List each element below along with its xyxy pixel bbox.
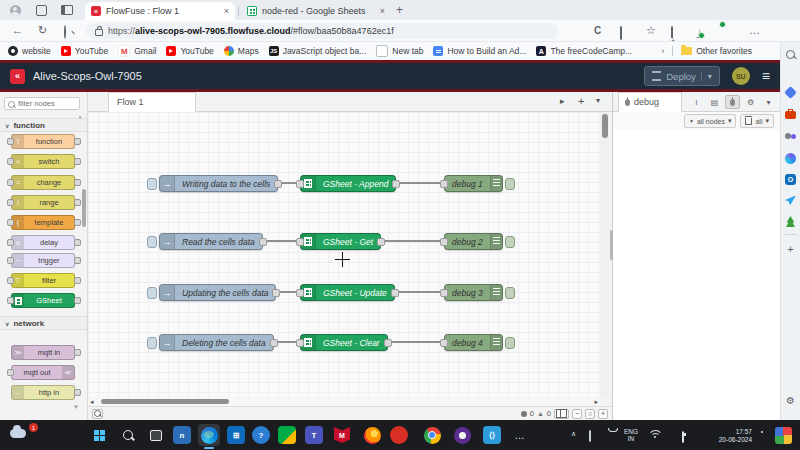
- bookmark[interactable]: AThe freeCodeCamp...: [536, 46, 632, 56]
- info-tab-icon[interactable]: i: [689, 95, 704, 109]
- palette-node-switch[interactable]: <switch: [7, 154, 81, 169]
- gsheet-node[interactable]: GSheet - Clear: [300, 334, 388, 351]
- browser-tab-active[interactable]: « FlowFuse : Flow 1 ×: [85, 2, 235, 20]
- deploy-caret-icon[interactable]: ▾: [701, 72, 712, 81]
- chrome-icon[interactable]: [421, 424, 443, 446]
- bookmark[interactable]: MGmail: [118, 45, 156, 57]
- deploy-button[interactable]: Deploy ▾: [644, 66, 720, 86]
- navigator-button[interactable]: [554, 409, 569, 419]
- firefox-icon[interactable]: [361, 424, 383, 446]
- tray-chevron-icon[interactable]: ∧: [571, 430, 576, 438]
- tree-app-icon[interactable]: [784, 215, 797, 228]
- zoom-in-button[interactable]: +: [598, 409, 608, 419]
- port[interactable]: [7, 219, 14, 226]
- search-flows-button[interactable]: [92, 409, 103, 419]
- more-menu-icon[interactable]: …: [749, 24, 760, 36]
- outlook-icon[interactable]: O: [784, 173, 797, 186]
- output-port[interactable]: [270, 339, 278, 347]
- palette-node-mqtt-out[interactable]: ≪mqtt out: [7, 365, 81, 380]
- output-port[interactable]: [259, 238, 267, 246]
- output-port[interactable]: [377, 238, 385, 246]
- debug-node[interactable]: debug 4: [444, 334, 515, 351]
- inject-button[interactable]: [147, 178, 157, 190]
- tab-flow-1[interactable]: Flow 1: [108, 92, 196, 112]
- taskbar-search-icon[interactable]: [117, 424, 139, 446]
- scroll-down-icon[interactable]: ▼: [73, 404, 79, 410]
- output-port[interactable]: [272, 289, 280, 297]
- port[interactable]: [74, 277, 81, 284]
- port[interactable]: [7, 277, 14, 284]
- zoom-out-button[interactable]: −: [572, 409, 582, 419]
- help-tab-icon[interactable]: ▤: [707, 95, 722, 109]
- profile-icon[interactable]: [8, 3, 22, 17]
- output-port[interactable]: [384, 339, 392, 347]
- palette-node-template[interactable]: {template: [7, 215, 81, 230]
- new-tab-button[interactable]: +: [396, 3, 403, 17]
- flow-list-icon[interactable]: ▸: [560, 96, 565, 106]
- edge-icon[interactable]: [198, 424, 220, 446]
- palette-node-range[interactable]: irange: [7, 195, 81, 210]
- port[interactable]: [7, 138, 14, 145]
- debug-toggle-button[interactable]: [505, 178, 515, 190]
- scroll-left-icon[interactable]: ◂: [90, 398, 94, 405]
- input-port[interactable]: [296, 339, 304, 347]
- language-indicator[interactable]: ENGIN: [624, 428, 638, 442]
- task-view-icon[interactable]: [145, 424, 167, 446]
- search-icon[interactable]: [64, 26, 66, 38]
- inject-node[interactable]: →Updating the cells data: [147, 284, 276, 301]
- extension-icon[interactable]: C: [594, 24, 601, 36]
- sidebar-menu-caret-icon[interactable]: ▾: [761, 95, 776, 109]
- gsheet-node[interactable]: GSheet - Get: [300, 233, 381, 250]
- palette-node-http-in[interactable]: ↔http in: [7, 385, 81, 400]
- meet-icon[interactable]: [276, 424, 298, 446]
- app-icon-red[interactable]: [388, 424, 410, 446]
- main-menu-icon[interactable]: ≡: [762, 68, 770, 84]
- sidebar-settings-icon[interactable]: ⚙: [784, 394, 797, 407]
- split-screen-icon[interactable]: [620, 27, 622, 39]
- copilot-sidebar-icon[interactable]: [784, 152, 797, 165]
- port[interactable]: [74, 257, 81, 264]
- vscode-icon[interactable]: ⟨⟩: [481, 424, 503, 446]
- output-port[interactable]: [274, 180, 282, 188]
- debug-tab-icon[interactable]: [725, 95, 740, 109]
- vertical-scrollbar[interactable]: [600, 112, 609, 397]
- port[interactable]: [74, 389, 81, 396]
- scroll-right-icon[interactable]: ▸: [594, 398, 598, 405]
- zoom-reset-button[interactable]: ○: [585, 409, 595, 419]
- github-desktop-icon[interactable]: [451, 424, 473, 446]
- port[interactable]: [74, 239, 81, 246]
- output-port[interactable]: [392, 180, 400, 188]
- debug-node[interactable]: debug 2: [444, 233, 515, 250]
- debug-node[interactable]: debug 1: [444, 175, 515, 192]
- flowfuse-logo[interactable]: «: [10, 69, 25, 84]
- port[interactable]: [7, 239, 14, 246]
- port[interactable]: [74, 199, 81, 206]
- shopping-icon[interactable]: [784, 86, 797, 99]
- port[interactable]: [74, 158, 81, 165]
- horizontal-scrollbar[interactable]: ◂ ▸: [88, 397, 600, 406]
- config-gear-icon[interactable]: ⚙: [743, 95, 758, 109]
- m365-icon[interactable]: [784, 108, 797, 121]
- people-icon[interactable]: [784, 130, 797, 143]
- input-port[interactable]: [296, 238, 304, 246]
- palette-node-change[interactable]: =change: [7, 175, 81, 190]
- scrollbar-thumb[interactable]: [101, 399, 229, 404]
- weather-widget[interactable]: 1: [8, 425, 38, 445]
- sidebar-resize-handle[interactable]: [610, 230, 613, 260]
- port[interactable]: [7, 369, 14, 376]
- address-bar[interactable]: https://alive-scops-owl-7905.flowfuse.cl…: [86, 23, 558, 39]
- mcafee-icon[interactable]: M: [331, 424, 353, 446]
- input-port[interactable]: [440, 238, 448, 246]
- debug-toggle-button[interactable]: [505, 236, 515, 248]
- input-port[interactable]: [440, 180, 448, 188]
- bookmark[interactable]: How to Build an Ad...: [433, 46, 526, 56]
- debug-toggle-button[interactable]: [505, 337, 515, 349]
- inject-button[interactable]: [147, 337, 157, 349]
- input-port[interactable]: [440, 289, 448, 297]
- debug-node[interactable]: debug 3: [444, 284, 515, 301]
- vertical-tabs-icon[interactable]: [60, 3, 74, 17]
- browser-tab-inactive[interactable]: node-red - Google Sheets ×: [241, 2, 391, 20]
- port[interactable]: [74, 219, 81, 226]
- output-port[interactable]: [391, 289, 399, 297]
- palette-node-delay[interactable]: odelay: [7, 235, 81, 250]
